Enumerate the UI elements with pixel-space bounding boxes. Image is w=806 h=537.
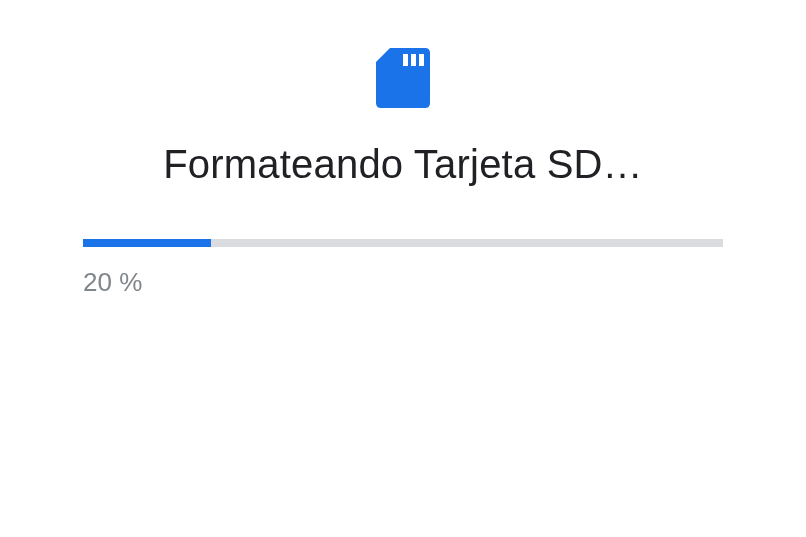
progress-percent-label: 20 % [83,267,723,298]
sd-card-icon [376,48,430,112]
svg-rect-0 [403,54,408,66]
progress-fill [83,239,211,247]
progress-area: 20 % [83,239,723,298]
format-sd-screen: Formateando Tarjeta SD… 20 % [0,0,806,298]
page-title: Formateando Tarjeta SD… [163,142,643,187]
progress-bar [83,239,723,247]
svg-rect-1 [411,54,416,66]
svg-rect-2 [419,54,424,66]
